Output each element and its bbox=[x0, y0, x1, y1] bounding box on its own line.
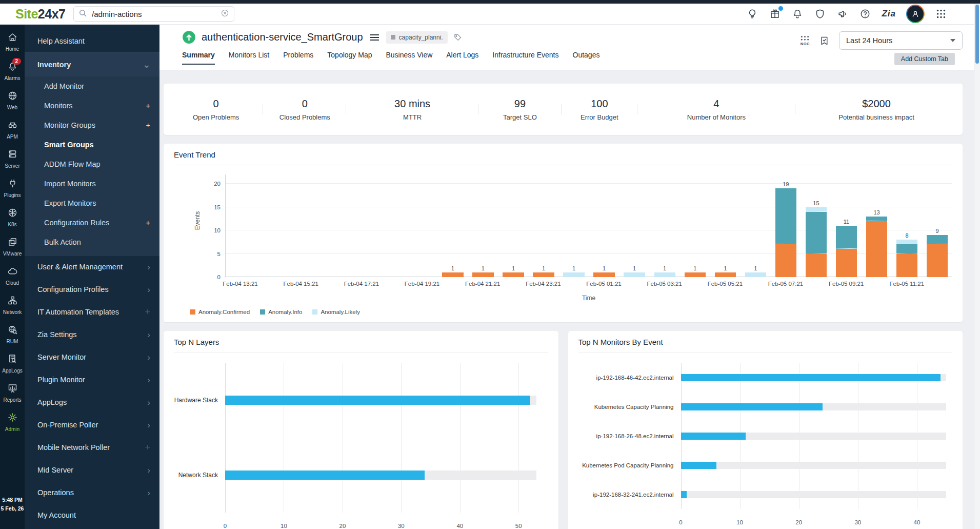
tab-alert-logs[interactable]: Alert Logs bbox=[446, 51, 478, 65]
segment-anomaly-info bbox=[836, 226, 857, 249]
kpi-value: 0 bbox=[173, 98, 259, 110]
module-rail: Home2AlarmsWebAPMServerPluginsK8sVMwareC… bbox=[0, 25, 25, 529]
sidebar-item-configuration-rules[interactable]: Configuration Rules+ bbox=[25, 213, 159, 232]
rail-item-apm[interactable]: APM bbox=[0, 120, 25, 149]
sidebar-item-addm-flow-map[interactable]: ADDM Flow Map bbox=[25, 154, 159, 174]
tab-topology-map[interactable]: Topology Map bbox=[327, 51, 372, 65]
sidebar-item-server-monitor[interactable]: Server Monitor› bbox=[25, 346, 159, 368]
clear-search-icon[interactable] bbox=[221, 9, 229, 19]
rail-item-rum[interactable]: RUM bbox=[0, 324, 25, 354]
expand-plus-icon[interactable]: + bbox=[146, 102, 150, 110]
sidebar-item-it-automation-templates[interactable]: IT Automation Templates+ bbox=[25, 301, 159, 323]
sidebar-item-add-monitor[interactable]: Add Monitor bbox=[25, 76, 159, 96]
hamburger-menu-icon[interactable] bbox=[369, 33, 381, 42]
y-tick-label: 15 bbox=[214, 204, 221, 210]
avatar[interactable] bbox=[906, 5, 925, 23]
expand-plus-icon[interactable]: + bbox=[146, 219, 150, 227]
tag-icon[interactable] bbox=[453, 33, 462, 42]
sidebar-item-help-assistant[interactable]: Help Assistant bbox=[25, 30, 159, 52]
sidebar-item-bulk-action[interactable]: Bulk Action bbox=[25, 232, 159, 252]
rail-item-cloud[interactable]: Cloud bbox=[0, 266, 25, 295]
expand-plus-icon[interactable]: + bbox=[145, 307, 150, 317]
shield-icon[interactable] bbox=[814, 8, 826, 20]
rail-item-label: Server bbox=[5, 163, 19, 169]
x-axis-labels: 010203040 bbox=[681, 517, 953, 527]
sidebar-item-smart-groups[interactable]: Smart Groups bbox=[25, 135, 159, 154]
sidebar-item-inventory[interactable]: Inventory⌄ bbox=[25, 53, 159, 76]
network-nodes-icon bbox=[7, 295, 18, 308]
bar-area bbox=[681, 491, 953, 498]
site24x7-logo[interactable]: Site24x7 bbox=[15, 7, 65, 22]
chevron-right-icon: › bbox=[147, 353, 150, 362]
expand-plus-icon[interactable]: + bbox=[145, 443, 150, 452]
rail-item-label: Admin bbox=[5, 426, 19, 432]
sidebar-item-user-alert-management[interactable]: User & Alert Management› bbox=[25, 256, 159, 278]
bar-row-network-stack: Network Stack bbox=[174, 438, 548, 513]
sidebar-item-on-premise-poller[interactable]: On-Premise Poller› bbox=[25, 414, 159, 436]
lightbulb-icon[interactable] bbox=[746, 8, 758, 20]
k8s-wheel-icon bbox=[7, 207, 18, 220]
tab-outages[interactable]: Outages bbox=[573, 51, 600, 65]
legend-swatch bbox=[312, 309, 317, 315]
sidebar-item-mobile-network-poller[interactable]: Mobile Network Poller+ bbox=[25, 436, 159, 459]
sidebar-item-monitors[interactable]: Monitors+ bbox=[25, 96, 159, 115]
sidebar-item-applogs[interactable]: AppLogs› bbox=[25, 391, 159, 414]
sidebar-item-operations[interactable]: Operations› bbox=[25, 481, 159, 504]
tab-business-view[interactable]: Business View bbox=[386, 51, 432, 65]
tab-infrastructure-events[interactable]: Infrastructure Events bbox=[492, 51, 558, 65]
bookmark-check-icon[interactable] bbox=[819, 35, 830, 46]
rail-item-applogs[interactable]: AppLogs bbox=[0, 354, 25, 383]
rail-item-home[interactable]: Home bbox=[0, 32, 25, 61]
sidebar-item-export-monitors[interactable]: Export Monitors bbox=[25, 193, 159, 213]
sidebar-item-plugin-monitor[interactable]: Plugin Monitor› bbox=[25, 368, 159, 391]
sidebar-item-configuration-profiles[interactable]: Configuration Profiles› bbox=[25, 278, 159, 301]
tab-problems[interactable]: Problems bbox=[283, 51, 313, 65]
tab-monitors-list[interactable]: Monitors List bbox=[229, 51, 269, 65]
legend-swatch bbox=[260, 309, 265, 315]
top-edge-strip bbox=[0, 0, 980, 4]
sidebar-item-zia-settings[interactable]: Zia Settings› bbox=[25, 323, 159, 346]
zia-logo[interactable]: Zia bbox=[882, 9, 896, 19]
segment-anomaly-confirmed bbox=[896, 254, 917, 278]
rail-item-k8s[interactable]: K8s bbox=[0, 207, 25, 237]
rail-item-network[interactable]: Network bbox=[0, 295, 25, 324]
add-custom-tab-button[interactable]: Add Custom Tab bbox=[894, 53, 955, 65]
sidebar-item-mid-server[interactable]: Mid Server› bbox=[25, 459, 159, 481]
sidebar-item-label: Plugin Monitor bbox=[37, 376, 85, 384]
rail-item-reports[interactable]: Reports bbox=[0, 383, 25, 412]
sidebar-item-import-monitors[interactable]: Import Monitors bbox=[25, 174, 159, 193]
noc-view-button[interactable]: NOC bbox=[801, 35, 810, 46]
rail-item-server[interactable]: Server bbox=[0, 149, 25, 178]
sidebar-item-monitor-groups[interactable]: Monitor Groups+ bbox=[25, 115, 159, 135]
scrollbar-thumb[interactable] bbox=[975, 5, 979, 64]
bar-value-label: 1 bbox=[572, 265, 575, 271]
search-input[interactable] bbox=[91, 9, 217, 19]
rail-item-alarms[interactable]: 2Alarms bbox=[0, 61, 25, 90]
x-tick-label: Feb-05 09:21 bbox=[829, 281, 864, 287]
bell-icon[interactable] bbox=[791, 8, 804, 20]
expand-plus-icon[interactable]: + bbox=[146, 121, 150, 129]
sidebar-item-my-account[interactable]: My Account bbox=[25, 504, 159, 526]
tab-summary[interactable]: Summary bbox=[182, 51, 215, 65]
megaphone-icon[interactable] bbox=[836, 8, 849, 20]
rail-item-plugins[interactable]: Plugins bbox=[0, 178, 25, 207]
bar bbox=[681, 374, 941, 381]
bar-slot: 1 bbox=[710, 174, 741, 277]
rail-item-web[interactable]: Web bbox=[0, 90, 25, 120]
gift-icon[interactable] bbox=[769, 8, 781, 20]
help-icon[interactable] bbox=[859, 8, 871, 20]
rail-item-vmware[interactable]: VMware bbox=[0, 237, 25, 266]
apps-grid-icon[interactable] bbox=[935, 8, 947, 20]
chevron-right-icon: › bbox=[147, 263, 150, 271]
bar-slot: 1 bbox=[498, 174, 528, 277]
event-trend-title: Event Trend bbox=[174, 150, 952, 165]
tag-chip[interactable]: capacity_planni... bbox=[386, 31, 448, 44]
x-axis-labels: 01020304050 bbox=[225, 521, 548, 529]
segment-anomaly-likely bbox=[624, 272, 645, 277]
kpi-label: Number of Monitors bbox=[642, 113, 792, 121]
bar-row-kubernetes-capacity-planning: Kubernetes Capacity Planning bbox=[578, 392, 953, 421]
time-range-dropdown[interactable]: Last 24 Hours bbox=[839, 31, 963, 50]
tag-color-square bbox=[391, 35, 395, 40]
rail-item-admin[interactable]: Admin bbox=[0, 412, 25, 441]
y-tick-label: 5 bbox=[217, 251, 221, 257]
